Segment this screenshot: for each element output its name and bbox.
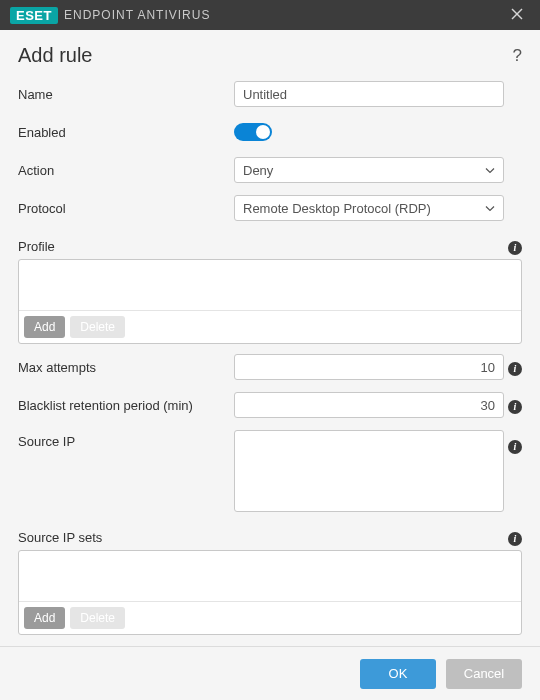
max-attempts-input[interactable]	[234, 354, 504, 380]
titlebar: ESET ENDPOINT ANTIVIRUS	[0, 0, 540, 30]
protocol-select[interactable]: Remote Desktop Protocol (RDP)	[234, 195, 504, 221]
enabled-toggle[interactable]	[234, 123, 272, 141]
profile-listbox[interactable]: Add Delete	[18, 259, 522, 344]
blacklist-retention-label: Blacklist retention period (min)	[18, 398, 234, 413]
brand-product: ENDPOINT ANTIVIRUS	[64, 8, 210, 22]
source-ip-sets-delete-button: Delete	[70, 607, 125, 629]
ok-button[interactable]: OK	[360, 659, 436, 689]
content-area: Add rule ? Name Enabled Action Deny	[0, 30, 540, 646]
source-ip-sets-label: Source IP sets	[18, 530, 102, 545]
close-icon	[511, 6, 523, 24]
info-icon[interactable]: i	[508, 400, 522, 414]
help-icon[interactable]: ?	[513, 46, 522, 66]
profile-delete-button: Delete	[70, 316, 125, 338]
dialog-window: ESET ENDPOINT ANTIVIRUS Add rule ? Name …	[0, 0, 540, 700]
name-input[interactable]	[234, 81, 504, 107]
profile-add-button[interactable]: Add	[24, 316, 65, 338]
source-ip-sets-footer: Add Delete	[19, 601, 521, 634]
info-icon[interactable]: i	[508, 532, 522, 546]
brand-eset: ESET	[10, 7, 58, 24]
source-ip-sets-listbox[interactable]: Add Delete	[18, 550, 522, 635]
chevron-down-icon	[485, 203, 495, 214]
chevron-down-icon	[485, 165, 495, 176]
page-title: Add rule	[18, 44, 93, 67]
dialog-footer: OK Cancel	[0, 646, 540, 700]
source-ip-sets-add-button[interactable]: Add	[24, 607, 65, 629]
profile-list-footer: Add Delete	[19, 310, 521, 343]
name-label: Name	[18, 87, 234, 102]
action-select-value: Deny	[243, 163, 273, 178]
action-label: Action	[18, 163, 234, 178]
enabled-label: Enabled	[18, 125, 234, 140]
brand: ESET ENDPOINT ANTIVIRUS	[10, 7, 210, 24]
info-icon[interactable]: i	[508, 440, 522, 454]
profile-list-body	[19, 260, 521, 310]
blacklist-retention-input[interactable]	[234, 392, 504, 418]
source-ip-input[interactable]	[234, 430, 504, 512]
source-ip-sets-body	[19, 551, 521, 601]
protocol-label: Protocol	[18, 201, 234, 216]
info-icon[interactable]: i	[508, 362, 522, 376]
info-icon[interactable]: i	[508, 241, 522, 255]
protocol-select-value: Remote Desktop Protocol (RDP)	[243, 201, 431, 216]
max-attempts-label: Max attempts	[18, 360, 234, 375]
source-ip-label: Source IP	[18, 430, 234, 449]
cancel-button[interactable]: Cancel	[446, 659, 522, 689]
profile-label: Profile	[18, 239, 55, 254]
action-select[interactable]: Deny	[234, 157, 504, 183]
close-button[interactable]	[502, 1, 532, 29]
